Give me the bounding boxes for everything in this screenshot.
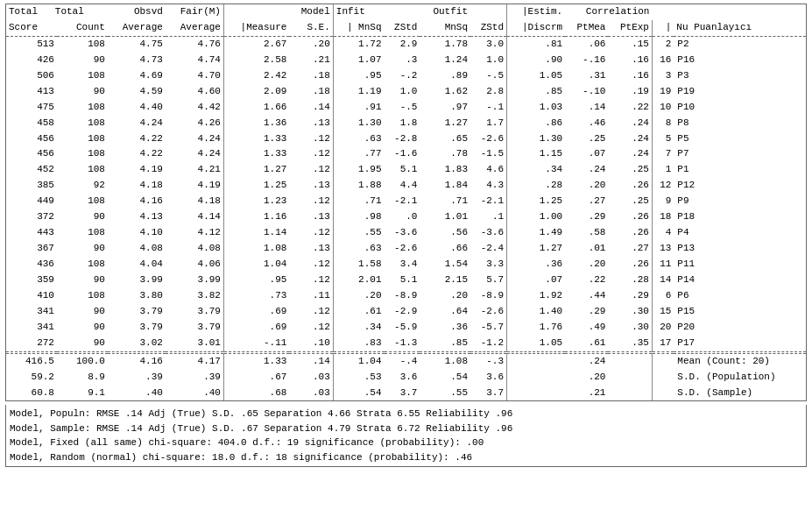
- header-mnsq2: MnSq: [420, 20, 470, 36]
- header-mnsq1: | MnSq: [333, 20, 384, 36]
- summary-row: 59.28.9.39.39.67.03.533.6.543.6.20S.D. (…: [6, 370, 806, 386]
- header-row-2: Score Count Average Average |Measure S.E…: [6, 20, 806, 36]
- header-nu-label: Nu Puanlayıcı: [674, 20, 806, 36]
- header-correlation: Correlation: [565, 4, 652, 20]
- data-table-wrapper: Total Total Obsvd Fair(M) Model Infit Ou…: [5, 4, 807, 401]
- table-row: 341903.793.79.69.12.34-5.9.36-5.71.76.49…: [6, 320, 806, 336]
- table-foot: 416.5100.04.164.171.33.141.04-.41.08-.3.…: [6, 353, 806, 400]
- header-pipe: |: [652, 20, 674, 36]
- footer-text: Model, Populn: RMSE .14 Adj (True) S.D. …: [5, 405, 807, 467]
- header-measure: |Measure: [223, 20, 289, 36]
- table-body: 5131084.754.762.67.201.722.91.783.0.81.0…: [6, 36, 806, 353]
- table-row: 372904.134.141.16.13.98.01.01.11.00.29.2…: [6, 209, 806, 225]
- header-fair: Fair(M): [166, 4, 224, 20]
- table-row: 272903.023.01-.11.10.83-1.3.85-1.21.05.6…: [6, 336, 806, 351]
- header-score: Score: [6, 20, 57, 36]
- header-zstd1: ZStd: [385, 20, 420, 36]
- main-container: Total Total Obsvd Fair(M) Model Infit Ou…: [0, 0, 812, 471]
- table-row: 4521084.194.211.27.121.955.11.834.6.34.2…: [6, 162, 806, 178]
- header-blank: [652, 4, 674, 20]
- header-zstd2: ZStd: [470, 20, 507, 36]
- table-row: 5131084.754.762.67.201.722.91.783.0.81.0…: [6, 36, 806, 52]
- header-se: S.E.: [289, 20, 333, 36]
- header-obsvd: Obsvd: [108, 4, 166, 20]
- table-row: 4491084.164.181.23.12.71-2.1.71-2.11.25.…: [6, 194, 806, 209]
- summary-row: 416.5100.04.164.171.33.141.04-.41.08-.3.…: [6, 353, 806, 369]
- table-row: 385924.184.191.25.131.884.41.844.3.28.20…: [6, 178, 806, 194]
- header-row-1: Total Total Obsvd Fair(M) Model Infit Ou…: [6, 4, 806, 20]
- header-outfit: Outfit: [420, 4, 470, 20]
- header-outfit-blank: [470, 4, 507, 20]
- summary-row: 60.89.1.40.40.68.03.543.7.553.7.21S.D. (…: [6, 386, 806, 401]
- header-infit-blank: [385, 4, 420, 20]
- header-nu-puanla: [674, 4, 806, 20]
- header-ptexp: PtExp: [608, 20, 652, 36]
- header-average: Average: [108, 20, 166, 36]
- data-table: Total Total Obsvd Fair(M) Model Infit Ou…: [6, 4, 806, 400]
- header-discrm: |Discrm: [507, 20, 566, 36]
- header-total-score: Total Total: [6, 4, 108, 20]
- header-vbar3: |Estim.: [507, 4, 566, 20]
- table-row: 413904.594.602.09.181.191.01.622.8.85-.1…: [6, 84, 806, 100]
- table-row: 4101083.803.82.73.11.20-8.9.20-8.91.92.4…: [6, 288, 806, 304]
- table-row: 4561084.224.241.33.12.63-2.8.65-2.61.30.…: [6, 131, 806, 147]
- table-row: 5061084.694.702.42.18.95-.2.89-.51.05.31…: [6, 68, 806, 84]
- table-row: 341903.793.79.69.12.61-2.9.64-2.61.40.29…: [6, 304, 806, 320]
- table-row: 4751084.404.421.66.14.91-.5.97-.11.03.14…: [6, 100, 806, 116]
- table-row: 4581084.244.261.36.131.301.81.271.7.86.4…: [6, 116, 806, 131]
- header-average2: Average: [166, 20, 224, 36]
- header-vbar2: Infit: [333, 4, 384, 20]
- table-row: 4361084.044.061.04.121.583.41.543.3.36.2…: [6, 257, 806, 273]
- table-row: 426904.734.742.58.211.07.31.241.0.90-.16…: [6, 53, 806, 68]
- header-count: Count: [57, 20, 108, 36]
- table-row: 359903.993.99.95.122.015.12.155.7.07.22.…: [6, 273, 806, 288]
- header-model: Model: [289, 4, 333, 20]
- table-row: 4561084.224.241.33.12.77-1.6.78-1.51.15.…: [6, 146, 806, 162]
- header-ptmea: PtMea: [565, 20, 608, 36]
- table-row: 367904.084.081.08.13.63-2.6.66-2.41.27.0…: [6, 241, 806, 257]
- table-row: 4431084.104.121.14.12.55-3.6.56-3.61.49.…: [6, 225, 806, 241]
- header-vbar1: [223, 4, 289, 20]
